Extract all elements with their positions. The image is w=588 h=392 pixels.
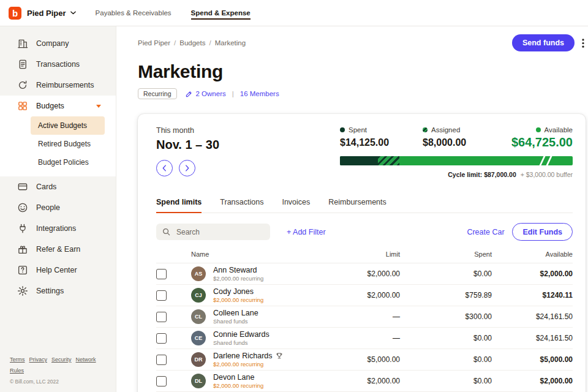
column-header-name: Name xyxy=(191,251,308,258)
sidebar-subitem-active-budgets[interactable]: Active Budgets xyxy=(31,116,105,135)
topnav-spend-expense[interactable]: Spend & Expense xyxy=(191,9,251,17)
topbar: b Pied Piper Payables & ReceivablesSpend… xyxy=(0,0,588,26)
transactions-icon xyxy=(17,59,28,70)
column-header-limit: Limit xyxy=(308,251,400,258)
avatar: AS xyxy=(191,266,206,281)
budgets-icon xyxy=(17,100,28,111)
org-switcher[interactable]: Pied Piper xyxy=(27,9,76,18)
row-sublabel: $2,000.00 recurring xyxy=(213,296,263,303)
send-funds-button[interactable]: Send funds xyxy=(512,34,575,51)
spent-dot-icon xyxy=(340,127,345,132)
page-header: Pied Piper/Budgets/Marketing Send funds xyxy=(138,34,588,51)
sidebar-item-transactions[interactable]: Transactions xyxy=(0,54,116,75)
row-name: Devon Lane xyxy=(213,373,263,382)
sidebar-nav: CompanyTransactionsReimbursementsBudgets… xyxy=(0,26,116,301)
table-row[interactable]: DLDevon Lane$2,000.00 recurring$2,000.00… xyxy=(156,371,573,392)
topnav-label: Spend & Expense xyxy=(191,9,251,20)
row-sublabel: $2,000.00 recurring xyxy=(213,275,263,282)
sidebar-item-label: Integrations xyxy=(36,224,76,233)
sidebar-footer-links: TermsPrivacySecurityNetwork Rules xyxy=(10,353,116,375)
toolbar: + Add Filter Create Cards Edit Funds xyxy=(156,223,573,241)
cycle-buffer-text: + $3,000.00 buffer xyxy=(521,171,573,178)
sidebar-item-label: Help Center xyxy=(36,266,77,274)
layout: CompanyTransactionsReimbursementsBudgets… xyxy=(0,26,588,392)
main: Pied Piper/Budgets/Marketing Send funds … xyxy=(116,26,588,392)
create-cards-button[interactable]: Create Cards xyxy=(467,228,505,236)
breadcrumb-separator: / xyxy=(209,39,211,47)
sidebar-subitem-retired-budgets[interactable]: Retired Budgets xyxy=(31,135,105,153)
breadcrumb-item-marketing: Marketing xyxy=(215,39,246,47)
available-value: $64,725.00 xyxy=(511,135,573,149)
row-limit: $2,000.00 xyxy=(308,291,400,300)
settings-icon xyxy=(17,285,28,296)
footer-link-security[interactable]: Security xyxy=(51,356,72,363)
table-row[interactable]: CEConnie EdwardsShared funds—$0.00$24,16… xyxy=(156,328,573,349)
search-input[interactable] xyxy=(175,227,264,237)
recurring-badge: Recurring xyxy=(138,88,177,99)
kebab-menu-icon[interactable] xyxy=(582,39,584,48)
row-checkbox[interactable] xyxy=(156,290,167,301)
tab-invoices[interactable]: Invoices xyxy=(282,198,310,213)
search-box[interactable] xyxy=(156,224,270,240)
row-name: Colleen Lane xyxy=(213,309,258,317)
period-range: Nov. 1 – 30 xyxy=(156,138,340,152)
row-name: Ann Steward xyxy=(213,266,263,274)
available-stat: Available $64,725.00 xyxy=(511,126,573,149)
row-checkbox[interactable] xyxy=(156,376,167,386)
row-checkbox[interactable] xyxy=(156,355,167,365)
row-spent: $300.00 xyxy=(400,312,492,321)
sidebar-item-label: People xyxy=(36,203,60,212)
avatar: CE xyxy=(191,331,206,345)
breadcrumb-item-pied-piper[interactable]: Pied Piper xyxy=(138,39,170,47)
breadcrumb: Pied Piper/Budgets/Marketing xyxy=(138,39,246,47)
sidebar-item-company[interactable]: Company xyxy=(0,33,116,54)
tabs: Spend limitsTransactionsInvoicesReimburs… xyxy=(156,198,573,213)
org-name: Pied Piper xyxy=(27,9,66,18)
table-row[interactable]: CJCody Jones$2,000.00 recurring$2,000.00… xyxy=(156,285,573,306)
sidebar-item-people[interactable]: People xyxy=(0,197,116,218)
members-link[interactable]: 16 Members xyxy=(240,90,279,97)
add-filter-button[interactable]: + Add Filter xyxy=(287,228,326,236)
pencil-icon[interactable] xyxy=(186,91,192,97)
sidebar-item-cards[interactable]: Cards xyxy=(0,176,116,197)
table-row[interactable]: ASAnn Steward$2,000.00 recurring$2,000.0… xyxy=(156,263,573,285)
topnav-payables-receivables[interactable]: Payables & Receivables xyxy=(96,9,172,17)
column-header-available: Available xyxy=(492,251,573,258)
assigned-value: $8,000.00 xyxy=(423,137,466,148)
footer-link-privacy[interactable]: Privacy xyxy=(29,356,48,363)
row-checkbox[interactable] xyxy=(156,333,167,344)
footer-link-terms[interactable]: Terms xyxy=(10,356,25,363)
tab-spend-limits[interactable]: Spend limits xyxy=(156,198,202,213)
table-row[interactable]: CLColleen LaneShared funds—$300.00$24,16… xyxy=(156,306,573,328)
next-period-button[interactable] xyxy=(179,160,195,176)
row-spent: $0.00 xyxy=(400,355,492,364)
owners-link[interactable]: 2 Owners xyxy=(196,90,226,97)
people-icon xyxy=(17,202,28,213)
meta-separator: | xyxy=(232,90,234,97)
sidebar-item-settings[interactable]: Settings xyxy=(0,281,116,301)
sidebar-item-help-center[interactable]: Help Center xyxy=(0,260,116,281)
row-checkbox[interactable] xyxy=(156,312,167,322)
sidebar-item-reimbursements[interactable]: Reimbursements xyxy=(0,75,116,96)
sidebar-item-refer-earn[interactable]: Refer & Earn xyxy=(0,239,116,260)
row-available: $2,000.00 xyxy=(492,377,573,385)
cycle-limit-text: Cycle limit: $87,000.00 xyxy=(448,171,516,178)
edit-funds-button[interactable]: Edit Funds xyxy=(512,223,573,241)
prev-period-button[interactable] xyxy=(156,160,173,176)
tab-transactions[interactable]: Transactions xyxy=(220,198,263,213)
sidebar-item-budgets[interactable]: Budgets xyxy=(0,96,116,116)
meta-row: Recurring 2 Owners | 16 Members xyxy=(138,88,588,99)
logo-letter: b xyxy=(12,8,18,18)
tab-reimbursements[interactable]: Reimbursements xyxy=(328,198,386,213)
sidebar-item-integrations[interactable]: Integrations xyxy=(0,218,116,239)
sidebar-item-label: Settings xyxy=(36,287,64,295)
owners-members: 2 Owners | 16 Members xyxy=(186,90,279,97)
copyright: © Bill.com, LLC 2022 xyxy=(10,379,116,385)
column-header-spent: Spent xyxy=(400,251,492,258)
row-available: $2,000.00 xyxy=(492,270,573,278)
sidebar-subitem-budget-policies[interactable]: Budget Policies xyxy=(31,153,105,172)
table-row[interactable]: DRDarlene Richards$2,000.00 recurring$5,… xyxy=(156,349,573,371)
row-limit: — xyxy=(308,334,400,342)
row-checkbox[interactable] xyxy=(156,269,167,279)
breadcrumb-item-budgets[interactable]: Budgets xyxy=(179,39,205,47)
